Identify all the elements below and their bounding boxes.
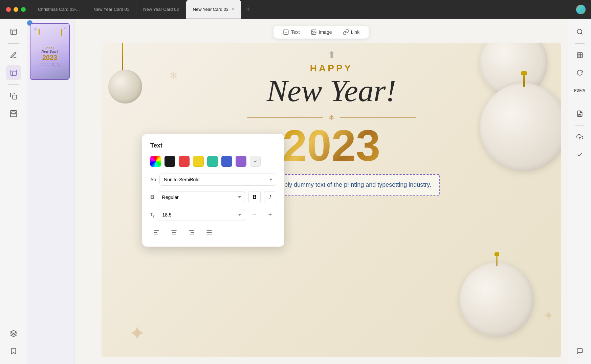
link-tool-button[interactable]: Link — [343, 29, 359, 35]
check-send-icon[interactable] — [572, 147, 587, 162]
tab-new-year-01[interactable]: New Year Card 01 — [87, 0, 137, 19]
style-row: B Regular Bold Italic Bold Italic B I — [150, 191, 276, 203]
image-tool-label: Image — [319, 29, 332, 35]
align-row — [150, 226, 276, 238]
right-sep-1 — [575, 43, 585, 44]
divider-snowflake: ❄ — [329, 113, 334, 121]
font-select[interactable]: Nunito-SemiBold Arial Georgia Helvetica — [159, 174, 276, 186]
color-row — [150, 156, 276, 167]
upload-icon[interactable] — [572, 130, 587, 144]
svg-rect-4 — [13, 95, 17, 99]
text-panel: Text Aa Nunito-SemiB — [142, 134, 284, 247]
size-row: Tr 18.5 12 14 16 20 24 − + — [150, 209, 276, 221]
italic-button[interactable]: I — [264, 191, 276, 203]
svg-point-24 — [577, 29, 582, 34]
right-sep-2 — [575, 102, 585, 102]
svg-rect-6 — [12, 112, 15, 114]
svg-rect-26 — [577, 53, 582, 58]
profile-avatar[interactable] — [576, 5, 586, 14]
content-area: Text Image Link — [74, 19, 568, 364]
minimize-button[interactable] — [14, 7, 18, 12]
image-tool-button[interactable]: Image — [311, 29, 332, 35]
snowflake-mid: ❄ — [169, 70, 178, 82]
sidebar-sep-1 — [8, 43, 19, 44]
style-select[interactable]: Regular Bold Italic Bold Italic — [158, 191, 245, 203]
ocr-icon[interactable] — [572, 48, 587, 63]
traffic-lights — [0, 7, 26, 12]
color-more-button[interactable] — [250, 156, 261, 167]
color-swatch-blue[interactable] — [221, 156, 232, 167]
size-select[interactable]: 18.5 12 14 16 20 24 — [158, 209, 245, 221]
chat-icon-wrapper[interactable] — [572, 344, 587, 359]
card-happy: HAPPY — [267, 63, 396, 74]
bold-button[interactable]: B — [248, 191, 261, 203]
snowflake-bottom-left: ✦ — [129, 323, 146, 344]
close-button[interactable] — [6, 7, 11, 12]
sidebar-icon-layers[interactable] — [6, 326, 21, 341]
text-tool-label: Text — [291, 29, 300, 35]
align-justify-button[interactable] — [203, 226, 215, 238]
size-icon-label: Tr — [150, 212, 154, 218]
ornament-bottom-right — [460, 263, 534, 337]
svg-rect-0 — [10, 29, 16, 35]
chat-icon[interactable] — [572, 344, 587, 359]
snowflake-right-bottom: ✦ — [543, 308, 554, 323]
svg-rect-3 — [10, 70, 16, 76]
color-swatch-teal[interactable] — [207, 156, 218, 167]
sidebar-icon-template[interactable] — [6, 65, 21, 80]
tab-bar: Christmas Card 03-... New Year Card 01 N… — [31, 0, 576, 19]
sidebar-icon-book[interactable] — [6, 24, 21, 39]
size-increase-button[interactable]: + — [264, 209, 276, 221]
thumbnail-card-1[interactable]: ❄ ❄ HAPPY New Year! 2023 Lorem ipsum is … — [30, 23, 70, 80]
ornament-right-mid — [480, 83, 561, 171]
sidebar-icon-pages[interactable] — [6, 106, 21, 121]
color-palette-icon[interactable] — [150, 156, 161, 167]
tab-new-year-03[interactable]: New Year Card 03 ✕ — [186, 0, 242, 19]
ornament-string-1 — [122, 43, 123, 70]
color-swatch-purple[interactable] — [236, 156, 246, 167]
svg-line-25 — [581, 33, 582, 35]
divider-line-right — [340, 117, 416, 118]
font-icon-label: Aa — [150, 177, 156, 182]
left-sidebar — [0, 19, 27, 364]
refresh-icon[interactable] — [572, 65, 587, 80]
link-tool-label: Link — [351, 29, 359, 35]
size-decrease-button[interactable]: − — [248, 209, 261, 221]
align-center-button[interactable] — [168, 226, 180, 238]
svg-point-11 — [312, 31, 313, 31]
color-swatch-red[interactable] — [179, 156, 190, 167]
card-text-area: HAPPY New Year! — [267, 56, 396, 108]
text-panel-title: Text — [150, 142, 276, 149]
editor-toolbar: Text Image Link — [273, 26, 369, 39]
bold-icon-label: B — [150, 194, 154, 200]
main-layout: ❄ ❄ HAPPY New Year! 2023 Lorem ipsum is … — [0, 19, 591, 364]
card-divider: ❄ — [247, 113, 416, 121]
right-sidebar: PDF/A — [568, 19, 591, 364]
titlebar: Christmas Card 03-... New Year Card 01 N… — [0, 0, 591, 19]
search-icon[interactable] — [572, 24, 587, 39]
right-sep-3 — [575, 125, 585, 126]
ornament-left-top — [108, 70, 142, 104]
align-right-button[interactable] — [185, 226, 198, 238]
color-swatch-black[interactable] — [165, 156, 175, 167]
sidebar-sep-2 — [8, 84, 19, 85]
sidebar-icon-pen[interactable] — [6, 48, 21, 63]
tab-new-year-02[interactable]: New Year Card 02 — [136, 0, 186, 19]
text-tool-button[interactable]: Text — [283, 29, 300, 35]
close-tab-icon[interactable]: ✕ — [231, 7, 234, 12]
svg-marker-8 — [10, 331, 16, 334]
tab-christmas-card[interactable]: Christmas Card 03-... — [31, 0, 87, 19]
thumbnail-panel: ❄ ❄ HAPPY New Year! 2023 Lorem ipsum is … — [27, 19, 74, 364]
sidebar-icon-copy[interactable] — [6, 89, 21, 104]
add-tab-button[interactable]: + — [241, 0, 255, 19]
card-new-year: New Year! — [267, 74, 396, 108]
fullscreen-button[interactable] — [21, 7, 26, 12]
sidebar-icon-bookmark[interactable] — [6, 344, 21, 359]
pdf-icon[interactable]: PDF/A — [572, 83, 587, 98]
divider-line-left — [247, 117, 323, 118]
color-swatch-yellow[interactable] — [193, 156, 204, 167]
card-year: 2023 — [282, 123, 380, 167]
font-row: Aa Nunito-SemiBold Arial Georgia Helveti… — [150, 174, 276, 186]
align-left-button[interactable] — [150, 226, 162, 238]
file-lock-icon[interactable] — [572, 106, 587, 121]
